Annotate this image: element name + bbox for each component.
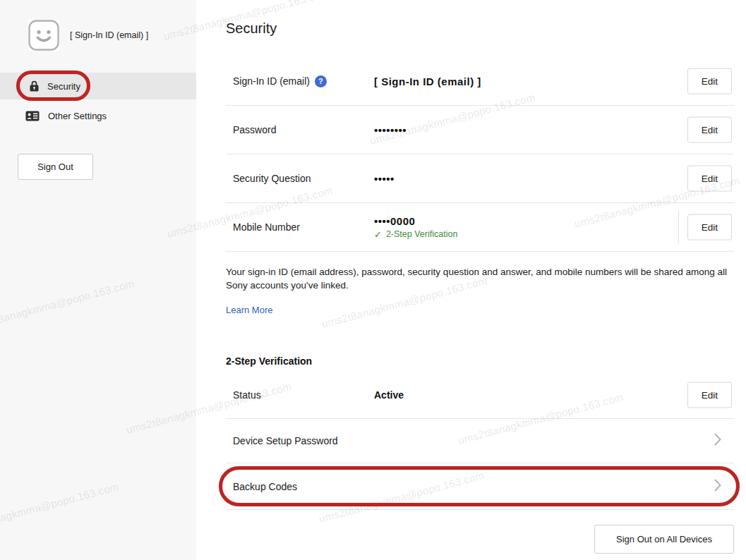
row-sign-in-id-label-wrap: Sign-In ID (email) ? <box>233 75 374 87</box>
sidebar-item-other-settings-label: Other Settings <box>48 111 107 121</box>
chevron-right-icon <box>714 433 721 449</box>
id-card-icon <box>25 111 40 121</box>
bottom-bar: Sign Out on All Devices <box>226 525 734 554</box>
backup-codes-label: Backup Codes <box>233 481 297 492</box>
status-value: Active <box>374 389 404 401</box>
row-password-label: Password <box>233 124 374 135</box>
two-step-verified-badge: ✓ 2-Step Verification <box>374 229 457 240</box>
sidebar-nav: Security Other Settings <box>0 73 196 129</box>
row-password: Password •••••••• Edit <box>226 106 734 154</box>
sign-in-id-value: [ Sign-In ID (email) ] <box>374 75 481 87</box>
row-security-question-label: Security Question <box>233 173 374 184</box>
row-sign-in-id: Sign-In ID (email) ? [ Sign-In ID (email… <box>226 57 734 106</box>
sidebar: [ Sign-In ID (email) ] Security <box>0 0 196 560</box>
two-step-section-heading: 2-Step Verification <box>226 355 734 367</box>
check-icon: ✓ <box>374 229 382 240</box>
avatar <box>28 20 59 51</box>
row-two-step-status: Status Active Edit <box>226 371 734 419</box>
account-summary: [ Sign-In ID (email) ] <box>28 20 148 51</box>
edit-sign-in-id-button[interactable]: Edit <box>687 68 732 95</box>
edit-security-question-button[interactable]: Edit <box>687 166 732 192</box>
security-question-value: ••••• <box>374 173 395 185</box>
sign-out-all-devices-button[interactable]: Sign Out on All Devices <box>594 525 734 554</box>
edit-password-button[interactable]: Edit <box>687 117 732 143</box>
sidebar-item-security[interactable]: Security <box>0 73 196 99</box>
security-rows: Sign-In ID (email) ? [ Sign-In ID (email… <box>226 57 734 252</box>
mobile-number-value-stack: ••••0000 ✓ 2-Step Verification <box>374 215 457 240</box>
sidebar-item-security-label: Security <box>47 81 80 92</box>
page-title: Security <box>226 18 734 38</box>
help-icon[interactable]: ? <box>315 75 327 87</box>
two-step-verified-badge-label: 2-Step Verification <box>386 229 457 239</box>
shared-accounts-note: Your sign-in ID (email address), passwor… <box>226 265 734 292</box>
mobile-number-value: ••••0000 <box>374 215 457 227</box>
device-setup-password-label: Device Setup Password <box>233 435 338 446</box>
learn-more-link[interactable]: Learn More <box>226 305 272 315</box>
row-mobile-number-label: Mobile Number <box>233 221 374 233</box>
row-security-question: Security Question ••••• Edit <box>226 154 734 203</box>
account-signin-id-label: [ Sign-In ID (email) ] <box>70 30 148 40</box>
lock-icon <box>30 80 39 92</box>
row-divider <box>678 211 679 243</box>
device-setup-password-row[interactable]: Device Setup Password <box>226 419 734 463</box>
main-content: Security Sign-In ID (email) ? [ Sign-In … <box>226 0 734 554</box>
backup-codes-row[interactable]: Backup Codes <box>226 463 734 510</box>
edit-two-step-status-button[interactable]: Edit <box>687 382 732 408</box>
row-status-label: Status <box>233 389 374 401</box>
row-sign-in-id-label: Sign-In ID (email) <box>233 75 310 87</box>
chevron-right-icon <box>714 479 721 494</box>
sidebar-item-other-settings[interactable]: Other Settings <box>0 102 196 129</box>
row-mobile-number: Mobile Number ••••0000 ✓ 2-Step Verifica… <box>226 203 734 252</box>
password-value: •••••••• <box>374 124 407 136</box>
edit-mobile-number-button[interactable]: Edit <box>687 214 732 241</box>
sign-out-button[interactable]: Sign Out <box>18 154 93 180</box>
account-security-page: ums2t8anagkmma@popo.163.com ums2t8anagkm… <box>0 0 746 560</box>
